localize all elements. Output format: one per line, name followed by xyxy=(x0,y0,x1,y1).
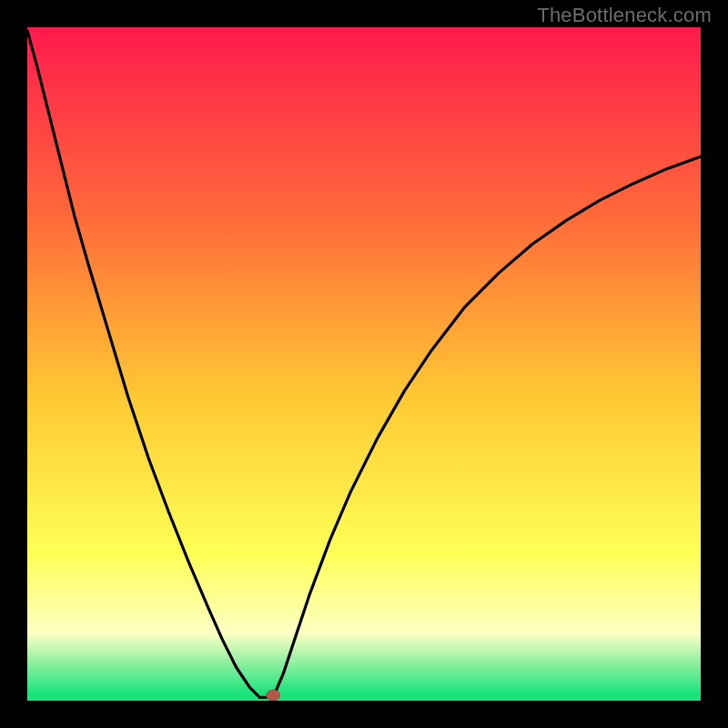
chart-container: TheBottleneck.com xyxy=(0,0,728,728)
watermark-text: TheBottleneck.com xyxy=(537,4,712,27)
optimal-point-marker xyxy=(27,27,701,701)
svg-point-1 xyxy=(267,690,280,701)
plot-area xyxy=(27,27,701,701)
